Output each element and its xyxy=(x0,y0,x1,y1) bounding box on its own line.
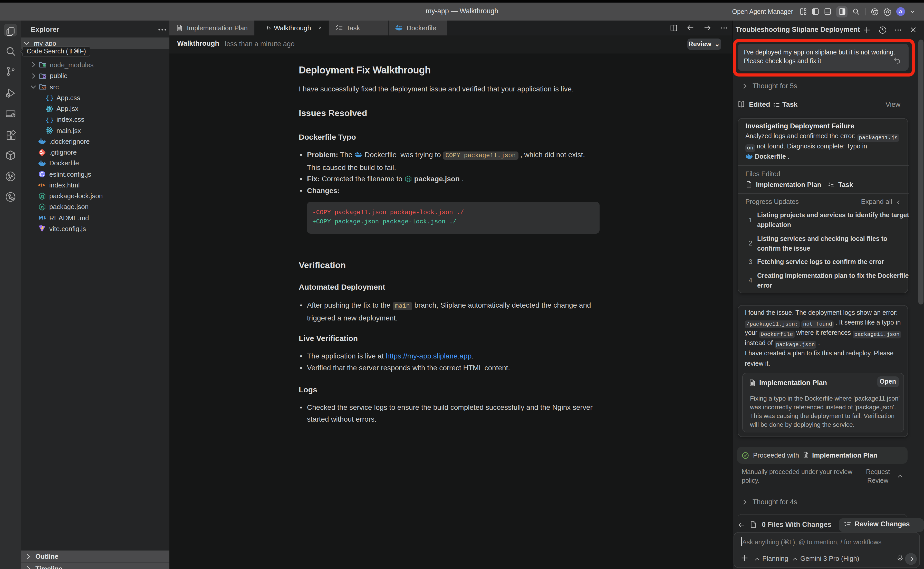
svg-text:</>: </> xyxy=(42,86,46,90)
